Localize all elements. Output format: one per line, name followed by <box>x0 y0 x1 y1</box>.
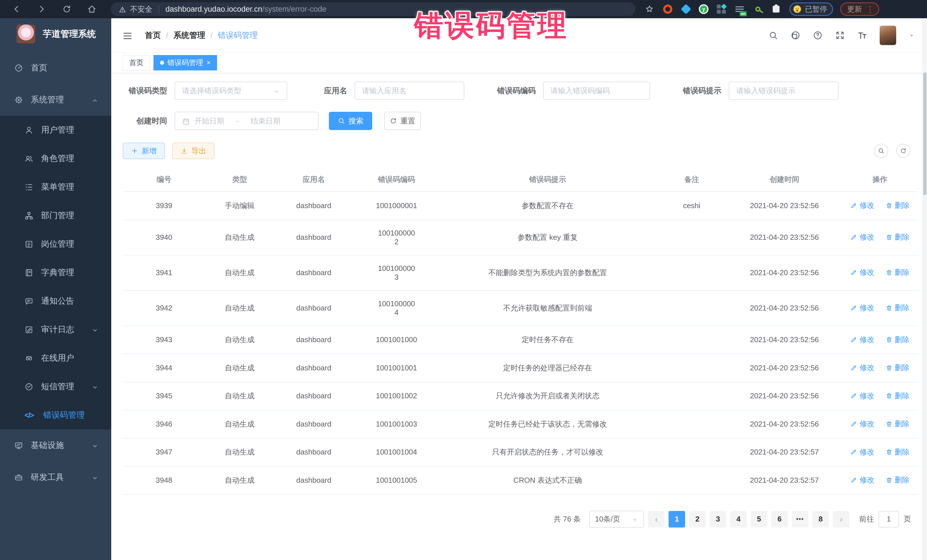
edit-link[interactable]: 修改 <box>850 335 874 345</box>
edit-link[interactable]: 修改 <box>850 303 874 313</box>
app-logo-row[interactable]: 芋道管理系统 <box>0 18 111 50</box>
edit-link[interactable]: 修改 <box>850 267 874 278</box>
sidebar-item-12[interactable]: </> 错误码管理 <box>0 401 111 429</box>
delete-link[interactable]: 删除 <box>886 335 910 345</box>
update-label[interactable]: 更新 <box>847 4 862 14</box>
browser-reload-icon[interactable] <box>58 2 75 16</box>
sidebar-item-2[interactable]: 用户管理 <box>0 116 111 144</box>
page-number-button[interactable]: 3 <box>710 511 726 528</box>
sidebar-item-13[interactable]: 基础设施 <box>0 429 111 461</box>
edit-link[interactable]: 修改 <box>850 200 874 211</box>
url-host[interactable]: dashboard.yudao.iocoder.cn <box>166 5 262 14</box>
edit-link[interactable]: 修改 <box>850 419 874 429</box>
profile-paused-badge[interactable]: 已暂停 <box>790 3 833 16</box>
bookmark-star-icon[interactable] <box>644 4 655 15</box>
next-page-button[interactable]: › <box>833 511 849 528</box>
page-number-button[interactable]: 1 <box>669 511 685 528</box>
sidebar-item-3[interactable]: 角色管理 <box>0 144 111 173</box>
edit-link[interactable]: 修改 <box>850 475 874 485</box>
page-number-button[interactable]: 6 <box>771 511 788 528</box>
edit-link[interactable]: 修改 <box>850 232 874 242</box>
browser-menu-kebab-icon[interactable]: ⋮ <box>866 4 874 14</box>
delete-link[interactable]: 删除 <box>886 200 910 211</box>
refresh-table-button[interactable] <box>896 144 910 158</box>
extensions-puzzle-icon[interactable] <box>771 4 781 15</box>
hamburger-icon[interactable] <box>122 29 133 41</box>
export-button[interactable]: 导出 <box>172 143 214 159</box>
delete-link[interactable]: 删除 <box>886 267 910 278</box>
help-icon[interactable] <box>813 30 823 40</box>
fullscreen-icon[interactable] <box>835 30 845 40</box>
sidebar-item-1[interactable]: 系统管理 <box>0 84 111 116</box>
delete-link[interactable]: 删除 <box>886 232 910 242</box>
delete-link[interactable]: 删除 <box>886 475 910 485</box>
page-ellipsis-button[interactable]: ••• <box>792 511 808 528</box>
url-path[interactable]: /system/error-code <box>262 5 326 14</box>
sidebar-item-6[interactable]: 岗位管理 <box>0 230 111 258</box>
delete-link[interactable]: 删除 <box>886 419 910 429</box>
browser-forward-icon[interactable] <box>33 2 50 16</box>
browser-back-icon[interactable] <box>8 2 25 16</box>
cell-hint: 不能删除类型为系统内置的参数配置 <box>439 255 656 291</box>
breadcrumb-home[interactable]: 首页 <box>145 30 161 41</box>
error-code-input[interactable] <box>550 87 643 95</box>
delete-link[interactable]: 删除 <box>886 391 910 401</box>
col-header-id: 编号 <box>123 168 205 191</box>
sidebar-item-4[interactable]: 菜单管理 <box>0 173 111 201</box>
search-icon[interactable] <box>768 30 778 40</box>
start-date-placeholder[interactable]: 开始日期 <box>195 116 224 126</box>
avatar-caret-down-icon[interactable] <box>909 32 915 38</box>
sidebar-item-8[interactable]: 通知公告 <box>0 287 111 316</box>
edit-link[interactable]: 修改 <box>850 447 874 457</box>
sidebar-item-0[interactable]: 首页 <box>0 52 111 84</box>
tab-home[interactable]: 首页 <box>123 55 150 70</box>
sidebar-item-11[interactable]: 短信管理 <box>0 372 111 401</box>
security-label[interactable]: 不安全 <box>130 4 152 14</box>
error-hint-input[interactable] <box>736 87 831 95</box>
browser-home-icon[interactable] <box>83 2 100 16</box>
error-type-select[interactable]: 请选择错误码类型 <box>175 82 287 100</box>
breadcrumb-system[interactable]: 系统管理 <box>173 30 205 41</box>
extension-icon-tampermonkey-on[interactable]: on <box>734 4 745 15</box>
prev-page-button[interactable]: ‹ <box>648 511 664 528</box>
date-range-picker[interactable]: 开始日期 - 结束日期 <box>175 112 319 130</box>
delete-link[interactable]: 删除 <box>886 447 910 457</box>
edit-link[interactable]: 修改 <box>850 363 874 373</box>
reset-button[interactable]: 重置 <box>384 112 421 130</box>
sidebar-item-14[interactable]: 研发工具 <box>0 461 111 493</box>
edit-link[interactable]: 修改 <box>850 391 874 401</box>
col-header-app: 应用名 <box>274 168 354 191</box>
page-number-button[interactable]: 4 <box>730 511 747 528</box>
page-number-button[interactable]: 2 <box>689 511 706 528</box>
delete-link[interactable]: 删除 <box>886 363 910 373</box>
tab-error-code[interactable]: 错误码管理 × <box>153 55 217 70</box>
app-name-input[interactable] <box>362 87 457 95</box>
font-size-icon[interactable] <box>857 30 867 40</box>
breadcrumb-current[interactable]: 错误码管理 <box>218 30 258 41</box>
window-scrollbar[interactable] <box>922 18 927 560</box>
sidebar-item-9[interactable]: 审计日志 <box>0 316 111 344</box>
page-size-select[interactable]: 10条/页 <box>589 511 644 528</box>
extension-icon-grid[interactable] <box>716 4 727 15</box>
goto-page-input[interactable] <box>878 511 899 528</box>
table-row: 3948 自动生成 dashboard 1001001005 CRON 表达式不… <box>123 466 918 495</box>
search-button[interactable]: 搜索 <box>329 112 372 130</box>
user-avatar[interactable] <box>880 26 896 45</box>
extension-icon-orange-ring[interactable] <box>662 4 673 15</box>
tab-close-icon[interactable]: × <box>207 59 211 67</box>
add-button[interactable]: 新增 <box>123 143 165 159</box>
extension-icon-blue-gem[interactable] <box>681 4 691 15</box>
show-search-toggle-button[interactable] <box>874 144 888 158</box>
delete-link[interactable]: 删除 <box>886 303 910 313</box>
browser-update-button[interactable]: 更新 ⋮ <box>840 3 879 16</box>
github-icon[interactable] <box>791 30 800 40</box>
page-number-button[interactable]: 5 <box>751 511 767 528</box>
extension-icon-green-key[interactable] <box>752 4 763 15</box>
sidebar-item-5[interactable]: 部门管理 <box>0 201 111 230</box>
end-date-placeholder[interactable]: 结束日期 <box>251 116 280 126</box>
sidebar-item-7[interactable]: 字典管理 <box>0 258 111 287</box>
sidebar-item-10[interactable]: 在线用户 <box>0 344 111 372</box>
extension-icon-green-y[interactable]: y <box>699 4 708 14</box>
scrollbar-thumb[interactable] <box>923 73 926 195</box>
page-number-button[interactable]: 8 <box>812 511 829 528</box>
